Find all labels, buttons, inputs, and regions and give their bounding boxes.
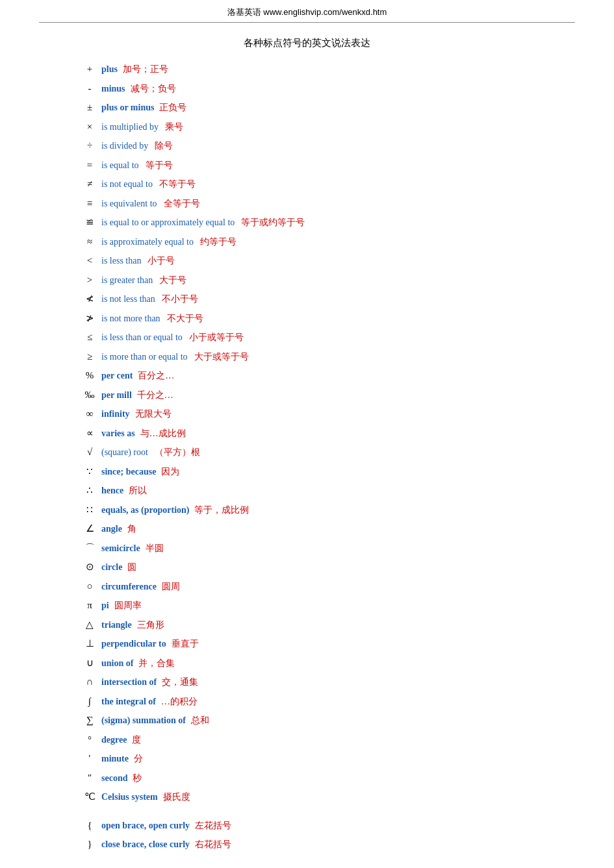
chinese-meaning: 度 (132, 732, 141, 748)
english-term: triangle (101, 617, 132, 633)
math-symbol: ∠ (78, 521, 101, 538)
row-text: per cent百分之… (101, 368, 174, 384)
row-text: the integral of…的积分 (101, 694, 198, 710)
math-symbol: ∵ (78, 464, 101, 480)
symbol-row: %per cent百分之… (78, 367, 549, 384)
english-term: is multiplied by (101, 119, 159, 135)
english-term: open brace, open curly (101, 818, 190, 834)
row-text: per mill千分之… (101, 388, 173, 403)
math-symbol: ≯ (78, 310, 101, 327)
english-term: the integral of (101, 694, 156, 710)
chinese-meaning: 小于号 (147, 253, 175, 269)
chinese-meaning: 加号；正号 (123, 62, 168, 77)
symbol-row: ∩intersection of交，通集 (78, 674, 549, 691)
math-symbol: ○ (78, 578, 101, 595)
row-text: is not more than不大于号 (101, 311, 203, 327)
symbol-row: ⊙circle圆 (78, 559, 549, 576)
math-symbol: < (78, 253, 101, 269)
math-symbol: ‰ (78, 387, 101, 404)
symbol-row: ×is multiplied by乘号 (78, 119, 549, 136)
english-term: close brace, close curly (101, 837, 190, 852)
math-symbol: - (78, 81, 101, 97)
chinese-meaning: 分 (134, 751, 143, 767)
math-symbol: ≡ (78, 195, 101, 212)
symbol-row: ≈is approximately equal to约等于号 (78, 234, 549, 251)
english-term: is equal to (101, 158, 139, 173)
chinese-meaning: 三角形 (137, 617, 164, 633)
math-symbol: ∪ (78, 655, 101, 672)
chinese-meaning: 不等于号 (159, 177, 196, 192)
symbol-row: ℃Celsius system摄氏度 (78, 789, 549, 806)
symbol-row: ′minute分 (78, 750, 549, 767)
symbol-row: >is greater than大于号 (78, 272, 549, 289)
english-term: is less than or equal to (101, 330, 183, 345)
chinese-meaning: 所以 (129, 483, 147, 499)
math-symbol: % (78, 367, 101, 384)
row-text: intersection of交，通集 (101, 675, 198, 690)
chinese-meaning: 交，通集 (162, 675, 198, 690)
english-term: degree (101, 732, 127, 748)
english-term: minute (101, 751, 129, 767)
math-symbol: { (78, 817, 101, 834)
english-term: circumference (101, 579, 157, 595)
symbol-row: ∫the integral of…的积分 (78, 693, 549, 710)
chinese-meaning: 全等于号 (164, 196, 200, 212)
symbol-row: ∪union of并，合集 (78, 655, 549, 672)
math-symbol: ⌒ (78, 540, 101, 557)
symbol-row: △triangle三角形 (78, 617, 549, 634)
symbol-row: ≌is equal to or approximately equal to等于… (78, 214, 549, 231)
english-term: pi (101, 598, 109, 614)
symbol-row: ∷equals, as (proportion)等于，成比例 (78, 502, 549, 519)
symbol-row: ∠angle角 (78, 521, 549, 538)
english-term: equals, as (proportion) (101, 502, 189, 518)
math-symbol: ′ (78, 750, 101, 767)
english-term: (square) root (101, 445, 148, 460)
row-text: minute分 (101, 751, 143, 767)
english-term: varies as (101, 426, 135, 441)
english-term: minus (101, 81, 125, 97)
math-symbol: ⊙ (78, 559, 101, 576)
math-symbol: √ (78, 444, 101, 461)
english-term: is less than (101, 253, 141, 269)
math-symbol: △ (78, 617, 101, 634)
chinese-meaning: 秒 (133, 771, 142, 786)
english-term: circle (101, 560, 122, 575)
math-symbol: ≥ (78, 349, 101, 366)
chinese-meaning: 乘号 (165, 119, 183, 135)
chinese-meaning: 角 (127, 521, 136, 537)
row-text: pi圆周率 (101, 598, 142, 614)
symbol-row: ∝varies as与…成比例 (78, 425, 549, 442)
chinese-meaning: 正负号 (159, 100, 186, 116)
row-text: semicircle半圆 (101, 541, 164, 556)
chinese-meaning: 总和 (191, 713, 209, 728)
math-symbol: ≮ (78, 291, 101, 308)
symbol-row: ○circumference圆周 (78, 578, 549, 595)
row-text: equals, as (proportion)等于，成比例 (101, 502, 249, 518)
row-text: plus加号；正号 (101, 62, 168, 77)
chinese-meaning: 垂直于 (172, 636, 199, 652)
row-text: perpendicular to垂直于 (101, 636, 199, 652)
chinese-meaning: 圆 (127, 560, 136, 575)
english-term: is not equal to (101, 177, 153, 192)
row-text: angle角 (101, 521, 136, 537)
math-symbol: ∴ (78, 482, 101, 499)
symbol-row: ∞infinity无限大号 (78, 406, 549, 423)
math-symbol: } (78, 836, 101, 853)
chinese-meaning: 千分之… (137, 388, 173, 403)
english-term: is divided by (101, 138, 148, 154)
symbol-row: ≠is not equal to不等于号 (78, 176, 549, 193)
math-symbol: ∷ (78, 502, 101, 519)
content: +plus加号；正号-minus减号；负号±plus or minus正负号×i… (78, 61, 549, 853)
symbol-row: <is less than小于号 (78, 253, 549, 269)
symbol-row: ⊥perpendicular to垂直于 (78, 636, 549, 652)
chinese-meaning: 等于或约等于号 (241, 215, 305, 230)
math-symbol: + (78, 61, 101, 78)
english-term: intersection of (101, 675, 157, 690)
chinese-meaning: 不大于号 (167, 311, 203, 327)
math-symbol: ∝ (78, 425, 101, 442)
chinese-meaning: 右花括号 (195, 837, 231, 852)
header-url: 洛基英语 www.englishvip.com/wenkxd.htm (227, 7, 387, 17)
symbol-row: ±plus or minus正负号 (78, 99, 549, 116)
chinese-meaning: （平方）根 (155, 445, 200, 460)
row-text: circle圆 (101, 560, 136, 575)
